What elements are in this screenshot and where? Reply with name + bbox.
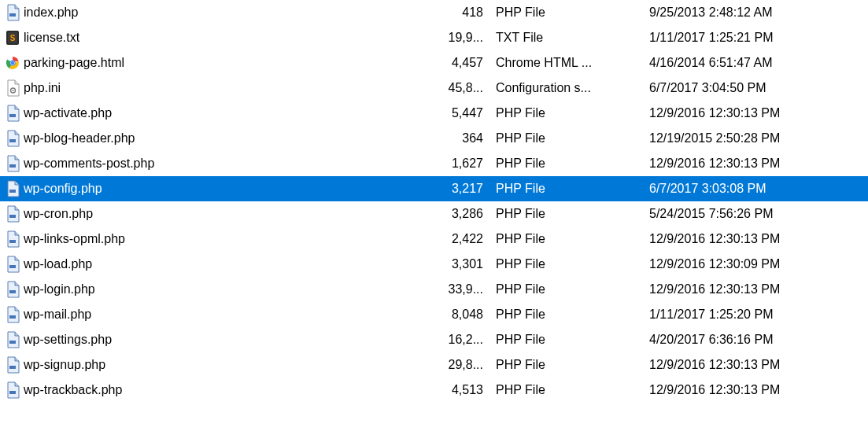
file-row[interactable]: wp-activate.php5,447PHP File12/9/2016 12… <box>0 101 868 126</box>
file-size: 418 <box>442 6 489 20</box>
file-row[interactable]: wp-signup.php29,8...PHP File12/9/2016 12… <box>0 352 868 378</box>
file-row[interactable]: wp-config.php3,217PHP File6/7/2017 3:03:… <box>0 176 868 201</box>
file-date: 12/19/2015 2:50:28 PM <box>643 131 840 146</box>
php-file-icon <box>0 306 22 323</box>
file-row[interactable]: wp-login.php33,9...PHP File12/9/2016 12:… <box>0 277 868 302</box>
file-type: PHP File <box>489 383 643 397</box>
file-size: 29,8... <box>442 358 489 372</box>
php-file-icon <box>0 331 22 348</box>
file-row[interactable]: index.php418PHP File9/25/2013 2:48:12 AM <box>0 0 868 25</box>
file-name: wp-mail.php <box>22 308 442 322</box>
file-row[interactable]: wp-trackback.php4,513PHP File12/9/2016 1… <box>0 378 868 403</box>
file-size: 3,217 <box>442 182 489 196</box>
file-size: 45,8... <box>442 81 489 95</box>
file-name: wp-blog-header.php <box>22 131 442 146</box>
file-type: PHP File <box>489 157 643 171</box>
file-row[interactable]: wp-blog-header.php364PHP File12/19/2015 … <box>0 126 868 151</box>
file-size: 19,9... <box>442 31 489 45</box>
file-name: parking-page.html <box>22 56 442 70</box>
file-date: 6/7/2017 3:03:08 PM <box>643 182 840 196</box>
file-date: 12/9/2016 12:30:13 PM <box>643 106 840 120</box>
file-date: 12/9/2016 12:30:13 PM <box>643 232 840 246</box>
php-file-icon <box>0 281 22 298</box>
file-size: 5,447 <box>442 106 489 120</box>
file-size: 364 <box>442 131 489 146</box>
ini-file-icon <box>0 79 22 97</box>
file-name: wp-cron.php <box>22 207 442 221</box>
file-date: 5/24/2015 7:56:26 PM <box>643 207 840 221</box>
file-row[interactable]: wp-links-opml.php2,422PHP File12/9/2016 … <box>0 227 868 252</box>
php-file-icon <box>0 256 22 273</box>
file-date: 12/9/2016 12:30:09 PM <box>643 257 840 271</box>
file-name: wp-login.php <box>22 282 442 297</box>
file-name: index.php <box>22 6 442 20</box>
file-row[interactable]: wp-mail.php8,048PHP File1/11/2017 1:25:2… <box>0 302 868 327</box>
file-type: PHP File <box>489 106 643 120</box>
file-date: 9/25/2013 2:48:12 AM <box>643 6 840 20</box>
file-row[interactable]: wp-comments-post.php1,627PHP File12/9/20… <box>0 151 868 176</box>
file-name: php.ini <box>22 81 442 95</box>
file-name: wp-comments-post.php <box>22 157 442 171</box>
file-name: wp-load.php <box>22 257 442 271</box>
php-file-icon <box>0 130 22 147</box>
file-row[interactable]: license.txt19,9...TXT File1/11/2017 1:25… <box>0 25 868 50</box>
file-size: 4,457 <box>442 56 489 70</box>
file-date: 12/9/2016 12:30:13 PM <box>643 157 840 171</box>
php-file-icon <box>0 105 22 122</box>
file-name: wp-config.php <box>22 182 442 196</box>
php-file-icon <box>0 356 22 374</box>
file-list[interactable]: index.php418PHP File9/25/2013 2:48:12 AM… <box>0 0 868 403</box>
file-name: wp-activate.php <box>22 106 442 120</box>
file-row[interactable]: wp-load.php3,301PHP File12/9/2016 12:30:… <box>0 252 868 277</box>
file-date: 6/7/2017 3:04:50 PM <box>643 81 840 95</box>
file-date: 4/20/2017 6:36:16 PM <box>643 333 840 347</box>
file-name: wp-signup.php <box>22 358 442 372</box>
file-date: 1/11/2017 1:25:20 PM <box>643 308 840 322</box>
file-size: 3,286 <box>442 207 489 221</box>
php-file-icon <box>0 205 22 223</box>
php-file-icon <box>0 4 22 21</box>
txt-file-icon <box>0 29 22 46</box>
file-row[interactable]: wp-settings.php16,2...PHP File4/20/2017 … <box>0 327 868 352</box>
file-row[interactable]: parking-page.html4,457Chrome HTML ...4/1… <box>0 50 868 76</box>
file-size: 4,513 <box>442 383 489 397</box>
file-type: PHP File <box>489 182 643 196</box>
file-size: 8,048 <box>442 308 489 322</box>
file-name: license.txt <box>22 31 442 45</box>
chrome-file-icon <box>0 54 22 72</box>
php-file-icon <box>0 230 22 248</box>
file-date: 12/9/2016 12:30:13 PM <box>643 282 840 297</box>
file-type: PHP File <box>489 358 643 372</box>
file-date: 4/16/2014 6:51:47 AM <box>643 56 840 70</box>
file-type: PHP File <box>489 131 643 146</box>
file-type: Configuration s... <box>489 81 643 95</box>
file-name: wp-trackback.php <box>22 383 442 397</box>
file-type: PHP File <box>489 333 643 347</box>
file-size: 33,9... <box>442 282 489 297</box>
file-size: 16,2... <box>442 333 489 347</box>
file-date: 12/9/2016 12:30:13 PM <box>643 358 840 372</box>
file-size: 1,627 <box>442 157 489 171</box>
file-size: 2,422 <box>442 232 489 246</box>
file-type: PHP File <box>489 207 643 221</box>
file-name: wp-links-opml.php <box>22 232 442 246</box>
file-type: PHP File <box>489 232 643 246</box>
file-type: PHP File <box>489 282 643 297</box>
file-type: PHP File <box>489 6 643 20</box>
file-date: 12/9/2016 12:30:13 PM <box>643 383 840 397</box>
file-type: Chrome HTML ... <box>489 56 643 70</box>
file-row[interactable]: wp-cron.php3,286PHP File5/24/2015 7:56:2… <box>0 201 868 227</box>
file-row[interactable]: php.ini45,8...Configuration s...6/7/2017… <box>0 76 868 101</box>
file-name: wp-settings.php <box>22 333 442 347</box>
php-file-icon <box>0 381 22 399</box>
php-file-icon <box>0 180 22 197</box>
file-type: TXT File <box>489 31 643 45</box>
file-type: PHP File <box>489 257 643 271</box>
file-date: 1/11/2017 1:25:21 PM <box>643 31 840 45</box>
file-type: PHP File <box>489 308 643 322</box>
php-file-icon <box>0 155 22 172</box>
file-size: 3,301 <box>442 257 489 271</box>
